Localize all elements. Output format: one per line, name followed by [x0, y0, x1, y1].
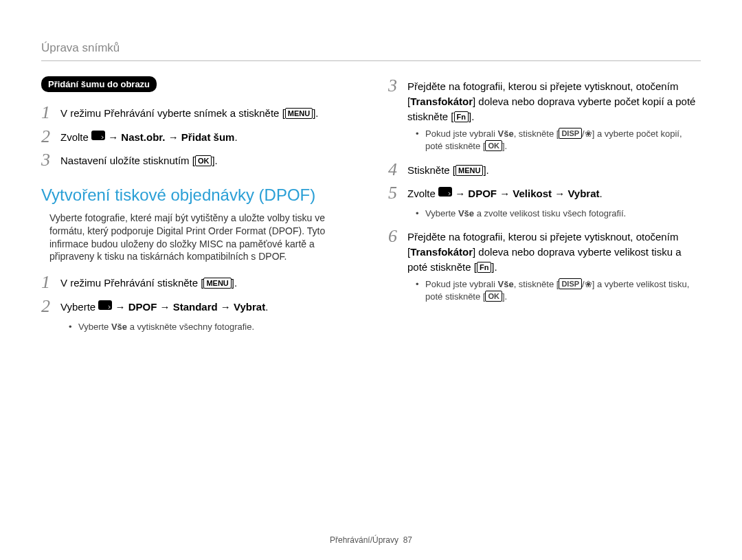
- step-number: 6: [388, 227, 407, 247]
- right-column: 3 Přejděte na fotografii, kterou si přej…: [388, 76, 701, 340]
- step-text: Přejděte na fotografii, kterou si přejet…: [407, 76, 701, 124]
- macro-flower-icon: ❀: [585, 279, 592, 289]
- step-number: 2: [41, 127, 60, 147]
- footer-section: Přehrávání/Úpravy: [330, 535, 398, 545]
- text: ].: [502, 141, 507, 151]
- text: ].: [469, 111, 474, 122]
- text: a vytiskněte všechny fotografie.: [127, 322, 254, 332]
- text: ].: [212, 155, 217, 166]
- bold: Transfokátor: [410, 246, 473, 258]
- step-2: 2 Zvolte → Nast.obr. → Přidat šum.: [41, 127, 354, 147]
- step-text: Přejděte na fotografii, kterou si přejet…: [407, 227, 701, 274]
- text: Nastavení uložíte stisknutím [: [60, 155, 195, 166]
- bullet-text: Pokud jste vybrali Vše, stiskněte [DISP/…: [425, 128, 701, 153]
- step-text: Zvolte → Nast.obr. → Přidat šum.: [60, 127, 238, 145]
- text: Vyberte: [60, 301, 98, 313]
- step-text: Stiskněte [MENU].: [407, 160, 489, 178]
- text: Pokud jste vybrali: [425, 279, 498, 289]
- bullet: • Vyberte Vše a zvolte velikost tisku vš…: [416, 208, 701, 220]
- ok-button-label: OK: [485, 291, 502, 302]
- dpof-step-4: 4 Stiskněte [MENU].: [388, 160, 701, 180]
- subsection-pill: Přidání šumu do obrazu: [41, 76, 157, 92]
- fn-button-label: Fn: [454, 111, 469, 122]
- text: ].: [313, 107, 318, 119]
- bold-path: → Nast.obr. → Přidat šum: [105, 131, 234, 143]
- step-number: 5: [388, 183, 407, 203]
- sub-bullets: • Pokud jste vybrali Vše, stiskněte [DIS…: [416, 278, 701, 303]
- step-text: V režimu Přehrávání stiskněte [MENU].: [60, 273, 237, 291]
- footer-page-number: 87: [403, 535, 412, 545]
- text: .: [600, 188, 603, 199]
- text: Vyberte: [78, 322, 111, 332]
- step-1: 1 V režimu Přehrávání vyberte snímek a s…: [41, 103, 354, 123]
- section-title: Vytvoření tiskové objednávky (DPOF): [41, 186, 354, 205]
- step-text: Nastavení uložíte stisknutím [OK].: [60, 150, 218, 168]
- bullet-dot-icon: •: [69, 321, 78, 333]
- page-footer: Přehrávání/Úpravy 87: [41, 535, 701, 545]
- bold-path: → DPOF → Standard → Vybrat: [112, 301, 265, 313]
- bullet-dot-icon: •: [416, 278, 425, 291]
- step-number: 4: [388, 160, 407, 180]
- dpof-step-2: 2 Vyberte → DPOF → Standard → Vybrat.: [41, 297, 354, 317]
- dpof-step-3: 3 Přejděte na fotografii, kterou si přej…: [388, 76, 701, 124]
- step-3: 3 Nastavení uložíte stisknutím [OK].: [41, 150, 354, 170]
- bold: Vše: [498, 279, 514, 289]
- dpof-step-1: 1 V režimu Přehrávání stiskněte [MENU].: [41, 273, 354, 293]
- bold: Transfokátor: [410, 96, 473, 107]
- text: ].: [502, 291, 507, 302]
- ok-button-label: OK: [195, 155, 212, 166]
- ok-button-label: OK: [485, 140, 502, 151]
- settings-chip-icon: [438, 187, 452, 197]
- text: Zvolte: [60, 131, 91, 143]
- text: V režimu Přehrávání stiskněte [: [60, 277, 203, 289]
- step-number: 3: [388, 76, 407, 96]
- text: ].: [232, 277, 237, 289]
- bold: Vše: [458, 208, 474, 219]
- bullet-dot-icon: •: [416, 128, 425, 140]
- page-header: Úprava snímků: [41, 41, 701, 61]
- text: , stiskněte [: [514, 279, 559, 289]
- bullet-dot-icon: •: [416, 208, 425, 220]
- bullet-text: Vyberte Vše a vytiskněte všechny fotogra…: [78, 321, 254, 333]
- text: a zvolte velikost tisku všech fotografií…: [474, 208, 626, 219]
- text: V režimu Přehrávání vyberte snímek a sti…: [60, 107, 285, 119]
- sub-bullets: • Pokud jste vybrali Vše, stiskněte [DIS…: [416, 128, 701, 153]
- text: Zvolte: [407, 188, 438, 199]
- dpof-step-6: 6 Přejděte na fotografii, kterou si přej…: [388, 227, 701, 274]
- content-columns: Přidání šumu do obrazu 1 V režimu Přehrá…: [41, 76, 701, 340]
- step-number: 3: [41, 150, 60, 170]
- text: Stiskněte [: [407, 164, 456, 176]
- bullet-text: Vyberte Vše a zvolte velikost tisku všec…: [425, 208, 626, 220]
- bold: Vše: [111, 322, 127, 332]
- bullet: • Vyberte Vše a vytiskněte všechny fotog…: [69, 321, 354, 333]
- menu-button-label: MENU: [456, 165, 483, 176]
- settings-chip-icon: [98, 300, 112, 310]
- text: , stiskněte [: [514, 128, 559, 139]
- section-intro: Vyberte fotografie, které mají být vytiš…: [49, 212, 354, 264]
- text: Pokud jste vybrali: [425, 128, 498, 139]
- step-text: V režimu Přehrávání vyberte snímek a sti…: [60, 103, 319, 121]
- sub-bullets: • Vyberte Vše a zvolte velikost tisku vš…: [416, 208, 701, 220]
- text: .: [234, 131, 237, 143]
- dpof-step-5: 5 Zvolte → DPOF → Velikost → Vybrat.: [388, 183, 701, 203]
- disp-button-label: DISP: [559, 128, 582, 139]
- text: .: [265, 301, 268, 313]
- macro-flower-icon: ❀: [585, 128, 592, 139]
- step-number: 2: [41, 297, 60, 317]
- left-column: Přidání šumu do obrazu 1 V režimu Přehrá…: [41, 76, 354, 340]
- text: ].: [491, 261, 497, 273]
- bullet: • Pokud jste vybrali Vše, stiskněte [DIS…: [416, 128, 701, 153]
- settings-chip-icon: [91, 131, 105, 140]
- bullet: • Pokud jste vybrali Vše, stiskněte [DIS…: [416, 278, 701, 303]
- bold: Vše: [498, 128, 514, 139]
- disp-button-label: DISP: [559, 278, 582, 289]
- text: ].: [483, 164, 488, 176]
- bold-path: → DPOF → Velikost → Vybrat: [452, 188, 600, 199]
- menu-button-label: MENU: [203, 278, 231, 289]
- step-text: Vyberte → DPOF → Standard → Vybrat.: [60, 297, 268, 315]
- sub-bullets: • Vyberte Vše a vytiskněte všechny fotog…: [69, 321, 354, 333]
- fn-button-label: Fn: [477, 262, 491, 273]
- step-number: 1: [41, 103, 60, 123]
- menu-button-label: MENU: [285, 108, 313, 119]
- text: Vyberte: [425, 208, 458, 219]
